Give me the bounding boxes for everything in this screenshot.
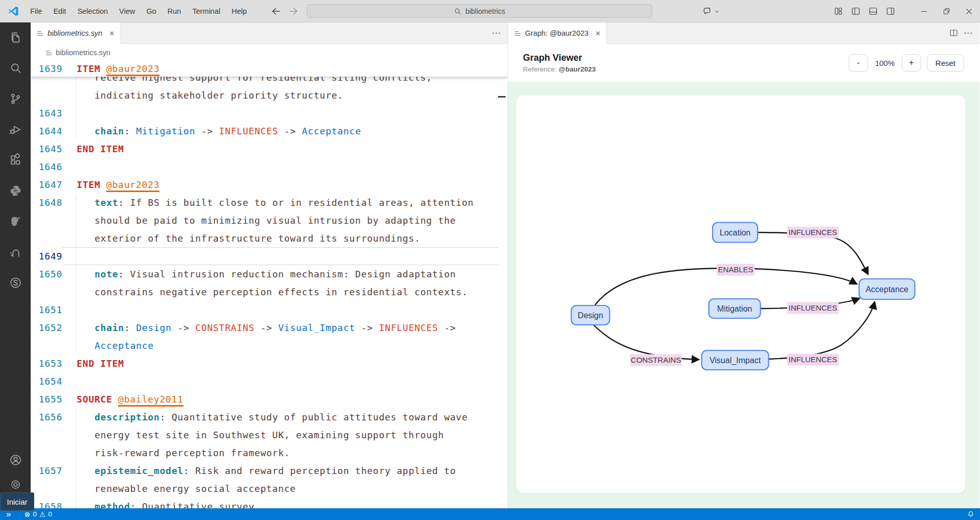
graph-node-label: Mitigation <box>717 304 752 313</box>
code-line[interactable]: 1651 <box>31 301 508 319</box>
code-line[interactable]: 1643 <box>31 104 508 122</box>
code-line[interactable]: 1652chain: Design -> CONSTRAINS -> Visua… <box>31 319 508 337</box>
code-line[interactable]: 1645END ITEM <box>31 140 508 158</box>
code-line[interactable]: energy test site in Southwest UK, examin… <box>31 426 508 444</box>
editor-more-actions-icon[interactable]: ⋯ <box>492 28 500 38</box>
token-plain: risk-reward perception framework. <box>95 447 290 458</box>
line-content: ITEM @baur2023 <box>62 176 159 194</box>
code-line[interactable]: 1644chain: Mitigation -> INFLUENCES -> A… <box>31 122 508 140</box>
token-arrow: -> <box>278 126 302 136</box>
code-line[interactable]: 1646 <box>31 158 508 176</box>
line-number <box>31 444 62 462</box>
code-line[interactable]: 1648text: If BS is built close to or in … <box>31 194 508 211</box>
tab-close-icon[interactable]: ✕ <box>109 30 115 37</box>
page-title: Graph Viewer <box>523 53 596 63</box>
code-line[interactable]: 1647ITEM @baur2023 <box>31 176 508 194</box>
extensions-icon[interactable] <box>8 153 22 167</box>
token-arrow: -> <box>355 322 379 333</box>
code-editor[interactable]: receive highest support for residential … <box>31 61 508 508</box>
menu-view[interactable]: View <box>115 5 140 17</box>
line-number: 1652 <box>31 319 62 337</box>
settings-icon[interactable] <box>8 477 22 491</box>
python-icon[interactable] <box>8 183 22 198</box>
status-bar: » ⊗ 0 ⚠ 0 <box>0 508 980 520</box>
restore-button[interactable] <box>935 0 958 22</box>
close-button[interactable] <box>958 0 980 22</box>
customize-layout-icon[interactable] <box>831 4 846 19</box>
graph-edge-label: INFLUENCES <box>788 355 837 364</box>
code-line[interactable]: risk-reward perception framework. <box>31 444 508 462</box>
menu-help[interactable]: Help <box>227 5 252 17</box>
problems-status[interactable]: ⊗ 0 ⚠ 0 <box>24 510 52 518</box>
graph-edge-Location-Acceptance <box>758 232 868 274</box>
copilot-button[interactable] <box>702 6 721 17</box>
graph-canvas-card[interactable]: INFLUENCESENABLESINFLUENCESCONSTRAINSINF… <box>516 95 966 493</box>
token-kw: END ITEM <box>77 144 124 154</box>
line-number: 1653 <box>31 354 62 372</box>
forward-arrow-icon[interactable] <box>287 5 300 17</box>
back-arrow-icon[interactable] <box>270 5 282 17</box>
code-line[interactable]: 1656description: Quantitative study of p… <box>31 408 508 426</box>
code-line[interactable]: Acceptance <box>31 337 508 354</box>
code-line[interactable]: 1658method: Quantitative survey <box>31 498 508 508</box>
graph-panel-group: Graph: @baur2023 ✕ ⋯ Graph Viewer Refere… <box>508 22 979 508</box>
code-line[interactable]: 1655SOURCE @bailey2011 <box>31 390 508 408</box>
account-icon[interactable] <box>8 453 22 467</box>
code-line[interactable]: 1654 <box>31 372 508 390</box>
token-pun: : <box>118 197 130 208</box>
zoom-out-button[interactable]: - <box>849 54 868 72</box>
menu-selection[interactable]: Selection <box>73 5 112 17</box>
line-number <box>31 480 62 498</box>
source-control-icon[interactable] <box>8 91 22 106</box>
token-ref: @baur2023 <box>106 63 159 76</box>
toggle-secondary-sidebar-icon[interactable] <box>883 4 898 19</box>
token-node: Design <box>136 322 172 333</box>
s-badge-icon[interactable] <box>8 275 22 290</box>
line-content: exterior of the infrastructure toward it… <box>62 229 420 247</box>
zoom-in-button[interactable]: + <box>902 54 921 72</box>
line-number <box>31 283 62 301</box>
token-rel: CONSTRAINS <box>195 322 255 333</box>
code-line[interactable]: indicating stakeholder priority structur… <box>31 86 508 104</box>
code-line[interactable]: 1650note: Visual intrusion reduction mec… <box>31 265 508 283</box>
code-line[interactable]: renewable energy social acceptance <box>31 480 508 498</box>
code-line[interactable]: 1653END ITEM <box>31 354 508 372</box>
tab-bibliometrics-syn[interactable]: bibliometrics.syn ✕ <box>31 22 121 44</box>
token-node: Acceptance <box>302 126 361 136</box>
split-editor-icon[interactable] <box>949 28 959 38</box>
token-pun: : <box>124 322 136 333</box>
token-plain: renewable energy social acceptance <box>95 483 296 494</box>
ai-assistant-icon[interactable] <box>8 214 22 228</box>
menu-file[interactable]: File <box>26 5 47 17</box>
reset-button[interactable]: Reset <box>927 54 964 72</box>
menu-edit[interactable]: Edit <box>49 5 71 17</box>
token-kw: SOURCE <box>77 394 118 405</box>
search-value: bibliometrics <box>465 7 505 15</box>
code-line[interactable]: 1657epistemic_model: Risk and reward per… <box>31 462 508 480</box>
token-kw: ITEM <box>77 179 106 190</box>
toggle-primary-sidebar-icon[interactable] <box>848 4 863 19</box>
menu-run[interactable]: Run <box>163 5 186 17</box>
run-debug-icon[interactable] <box>8 122 22 136</box>
code-line[interactable]: constrains negative perception effects i… <box>31 283 508 301</box>
menu-terminal[interactable]: Terminal <box>188 5 225 17</box>
code-line[interactable]: 1649 <box>31 247 508 265</box>
tab-graph-baur2023[interactable]: Graph: @baur2023 ✕ <box>508 22 607 44</box>
panel-more-actions-icon[interactable]: ⋯ <box>964 28 972 38</box>
code-line[interactable]: exterior of the infrastructure toward it… <box>31 229 508 247</box>
code-line[interactable]: should be paid to minimizing visual intr… <box>31 211 508 229</box>
minimize-button[interactable] <box>913 0 935 22</box>
token-plain: If BS is built close to or in residentia… <box>130 197 474 208</box>
search-input[interactable]: bibliometrics <box>307 4 652 18</box>
breadcrumb[interactable]: bibliometrics.syn <box>31 44 508 61</box>
toggle-panel-icon[interactable] <box>865 4 881 19</box>
tab-close-icon[interactable]: ✕ <box>595 30 601 37</box>
explorer-icon[interactable] <box>8 30 22 44</box>
search-icon <box>453 7 462 15</box>
search-icon[interactable] <box>8 61 22 75</box>
menu-go[interactable]: Go <box>142 5 161 17</box>
sticky-scroll-line[interactable]: 1639 ITEM @baur2023 <box>31 61 508 77</box>
notifications-bell-icon[interactable] <box>967 510 975 518</box>
token-plain: Quantitative study of public attitudes t… <box>172 412 468 422</box>
connector-icon[interactable] <box>8 245 22 259</box>
